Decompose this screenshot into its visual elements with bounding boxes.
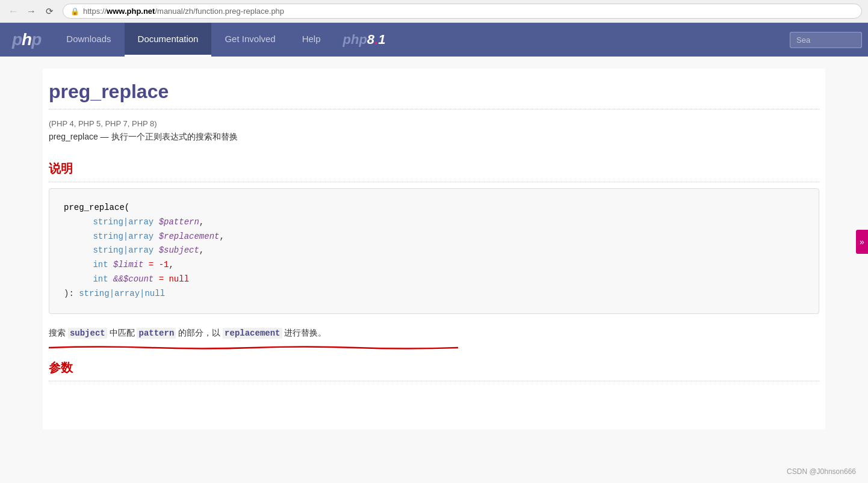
php-nav: php Downloads Documentation Get Involved… (0, 23, 868, 57)
nav-downloads[interactable]: Downloads (53, 23, 124, 57)
code-param-5: int &&$count = null (64, 272, 804, 287)
func-title: preg_replace (49, 81, 819, 109)
red-underline-decoration (49, 346, 458, 348)
code-block: preg_replace( string|array $pattern, str… (49, 188, 819, 314)
sidebar-toggle-icon: » (860, 237, 864, 247)
refresh-button[interactable]: ⟳ (42, 4, 57, 19)
nav-help[interactable]: Help (289, 23, 334, 57)
nav-search[interactable] (784, 23, 868, 57)
back-button[interactable]: ← (6, 4, 20, 19)
nav-buttons: ← → ⟳ (6, 4, 57, 19)
search-desc: 搜索 subject 中匹配 pattern 的部分，以 replacement… (49, 326, 819, 340)
func-desc: preg_replace — 执行一个正则表达式的搜索和替换 (49, 132, 819, 143)
content-area: preg_replace (PHP 4, PHP 5, PHP 7, PHP 8… (43, 69, 825, 429)
search-input[interactable] (790, 32, 862, 48)
code-func-name: preg_replace( (64, 201, 804, 215)
code-param-4: int $limit = -1, (64, 258, 804, 272)
code-param-2: string|array $replacement, (64, 230, 804, 244)
section-params-title: 参数 (49, 360, 819, 381)
php-logo-text: php (12, 30, 41, 49)
address-url: https://www.php.net/manual/zh/function.p… (83, 7, 284, 16)
main-wrapper: preg_replace (PHP 4, PHP 5, PHP 7, PHP 8… (13, 57, 855, 441)
nav-documentation[interactable]: Documentation (125, 23, 212, 57)
sidebar-toggle[interactable]: » (856, 230, 868, 254)
page-content: preg_replace (PHP 4, PHP 5, PHP 7, PHP 8… (43, 69, 825, 399)
code-param-3: string|array $subject, (64, 244, 804, 258)
code-param-1: string|array $pattern, (64, 215, 804, 230)
code-return: ): string|array|null (64, 287, 804, 301)
lock-icon: 🔒 (70, 7, 79, 16)
address-bar[interactable]: 🔒 https://www.php.net/manual/zh/function… (63, 4, 862, 19)
forward-button[interactable]: → (24, 4, 39, 19)
php-logo: php (0, 23, 53, 57)
browser-chrome: ← → ⟳ 🔒 https://www.php.net/manual/zh/fu… (0, 0, 868, 23)
php81-badge: php8.1 (334, 23, 395, 57)
section-description-title: 说明 (49, 161, 819, 182)
version-info: (PHP 4, PHP 5, PHP 7, PHP 8) (49, 119, 819, 128)
nav-get-involved[interactable]: Get Involved (211, 23, 288, 57)
